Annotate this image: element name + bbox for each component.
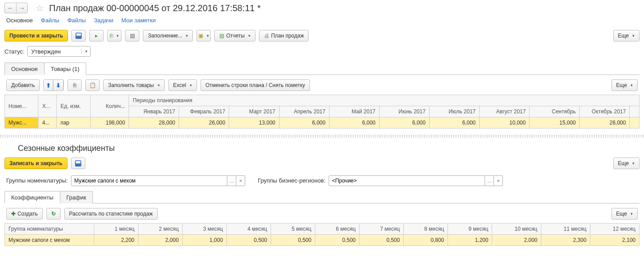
col-month[interactable]: Октябрь 2017 (580, 106, 630, 117)
coef-col-month[interactable]: 11 месяц (541, 224, 590, 235)
cell-value[interactable]: 26,000 (580, 117, 630, 129)
coef-col-month[interactable]: 10 месяц (492, 224, 541, 235)
paste-button[interactable]: 📋 (85, 79, 100, 91)
cancel-rows-button[interactable]: Отменить строки плана / Снять пометку (201, 79, 310, 91)
link-notes[interactable]: Мои заметки (121, 17, 156, 24)
more-button-2[interactable]: Еще (611, 79, 638, 91)
select-button[interactable]: ... (485, 175, 494, 186)
col-month[interactable]: Сентябрь (530, 106, 580, 117)
cell-coef[interactable]: 2,200 (94, 235, 138, 246)
nomenclature-group-input[interactable] (71, 175, 227, 186)
link-tasks[interactable]: Задачи (94, 17, 113, 24)
cell-value[interactable]: 10,000 (480, 117, 530, 129)
coefficients-table[interactable]: Группа номенклатуры 1 месяц 2 месяц 3 ме… (4, 223, 640, 246)
coef-col-month[interactable]: 2 месяц (138, 224, 183, 235)
fill-goods-button[interactable]: Заполнить товары (103, 79, 165, 91)
cell-coef[interactable]: 2,000 (492, 235, 541, 246)
tab-goods[interactable]: Товары (1) (44, 62, 86, 75)
coef-col-month[interactable]: 5 месяц (271, 224, 315, 235)
attach-button[interactable]: ▣ (197, 30, 211, 42)
cell-coef[interactable]: 1,000 (183, 235, 227, 246)
cell-coef[interactable]: 2,100 (590, 235, 640, 246)
cell-characteristic[interactable]: 4... (38, 117, 57, 129)
select-button[interactable]: ... (227, 175, 236, 186)
cell-value[interactable]: 15,000 (530, 117, 580, 129)
copy-button[interactable]: ⎘ (67, 79, 82, 91)
calc-by-stats-button[interactable]: Рассчитать по статистике продаж (64, 208, 158, 220)
col-nomenclature[interactable]: Номе... (5, 95, 38, 117)
based-on-button[interactable]: ⎘ (107, 30, 121, 42)
status-select[interactable]: Утвержден ▾ (27, 46, 91, 57)
clear-button[interactable]: × (236, 175, 245, 186)
move-down-button[interactable]: ⬇ (54, 80, 63, 91)
table-row[interactable]: Мужские сапоги с мехом 2,200 2,000 1,000… (5, 235, 640, 246)
cell-value[interactable]: 6,000 (429, 117, 479, 129)
col-month[interactable]: Май 2017 (329, 106, 379, 117)
col-month[interactable]: Август 2017 (480, 106, 530, 117)
cell-value[interactable]: 13,000 (229, 117, 279, 129)
cell-value[interactable]: 6,000 (279, 117, 329, 129)
col-month[interactable]: Март 2017 (229, 106, 279, 117)
cell-coef[interactable]: 0,500 (227, 235, 271, 246)
coef-col-month[interactable]: 12 месяц (590, 224, 640, 235)
tab-coefficients[interactable]: Коэффициенты (4, 191, 60, 204)
save-button[interactable] (71, 30, 86, 42)
cell-coef[interactable]: 2,300 (541, 235, 590, 246)
coef-col-group[interactable]: Группа номенклатуры (5, 224, 94, 235)
fill-button[interactable]: Заполнение... (143, 30, 193, 42)
cell-nomenclature[interactable]: Мужс... (5, 117, 38, 129)
table-row[interactable]: Мужс... 4... пар 198,000 28,000 26,000 1… (5, 117, 640, 129)
goods-table[interactable]: Номе... Х... Ед. изм. Колич... Периоды п… (4, 95, 640, 129)
chevron-down-icon[interactable]: ▾ (81, 49, 90, 54)
post-button[interactable]: ▸ (89, 30, 104, 42)
cell-coef[interactable]: 2,000 (138, 235, 183, 246)
move-up-button[interactable]: ⬆ (44, 80, 54, 91)
clear-button[interactable]: × (494, 175, 503, 186)
more-button-1[interactable]: Еще (613, 30, 640, 42)
favorite-star-icon[interactable]: ☆ (36, 3, 44, 13)
cell-value[interactable]: 6,000 (379, 117, 429, 129)
col-unit[interactable]: Ед. изм. (57, 95, 90, 117)
col-month[interactable]: Февраль 2017 (179, 106, 229, 117)
link-files-2[interactable]: Файлы (67, 17, 86, 24)
cell-coef[interactable]: 1,200 (448, 235, 492, 246)
refresh-button[interactable]: ↻ (46, 208, 61, 220)
more-button-4[interactable]: Еще (611, 208, 638, 220)
excel-button[interactable]: Excel (168, 79, 197, 91)
col-month[interactable]: Июнь 2017 (379, 106, 429, 117)
cell-group-name[interactable]: Мужские сапоги с мехом (5, 235, 94, 246)
nav-forward-button[interactable]: → (16, 3, 28, 13)
cell-unit[interactable]: пар (57, 117, 90, 129)
post-and-close-button[interactable]: Провести и закрыть (4, 30, 68, 42)
link-files-1[interactable]: Файлы (41, 17, 59, 24)
coef-col-month[interactable]: 9 месяц (448, 224, 492, 235)
save-and-close-button[interactable]: Записать и закрыть (4, 158, 67, 169)
cell-coef[interactable]: 0,500 (315, 235, 360, 246)
coef-col-month[interactable]: 4 месяц (227, 224, 271, 235)
coef-col-month[interactable]: 3 месяц (183, 224, 227, 235)
reports-button[interactable]: ▤Отчеты (214, 30, 255, 42)
cell-value[interactable]: 28,000 (129, 117, 179, 129)
nav-back-button[interactable]: ← (4, 3, 16, 13)
cell-value[interactable]: 26,000 (179, 117, 229, 129)
cell-coef[interactable]: 0,500 (271, 235, 315, 246)
col-quantity[interactable]: Колич... (90, 95, 129, 117)
tab-chart[interactable]: График (60, 191, 93, 204)
coef-col-month[interactable]: 8 месяц (404, 224, 448, 235)
cell-value[interactable]: 6,000 (329, 117, 379, 129)
save-button-2[interactable] (71, 158, 85, 169)
col-characteristic[interactable]: Х... (38, 95, 57, 117)
coef-col-month[interactable]: 6 месяц (315, 224, 360, 235)
sales-plan-button[interactable]: 🖨План продаж (259, 30, 309, 42)
pane-splitter[interactable] (0, 135, 644, 137)
create-button[interactable]: ✚ Создать (6, 208, 43, 220)
print-button[interactable]: ▤ (125, 30, 139, 42)
col-month[interactable]: Апрель 2017 (279, 106, 329, 117)
coef-col-month[interactable]: 1 месяц (94, 224, 138, 235)
col-month[interactable]: Июль 2017 (429, 106, 479, 117)
link-main[interactable]: Основное (6, 17, 33, 24)
cell-quantity[interactable]: 198,000 (90, 117, 129, 129)
col-month[interactable]: Январь 2017 (129, 106, 179, 117)
tab-main[interactable]: Основное (4, 62, 45, 75)
business-region-input[interactable] (329, 175, 485, 186)
